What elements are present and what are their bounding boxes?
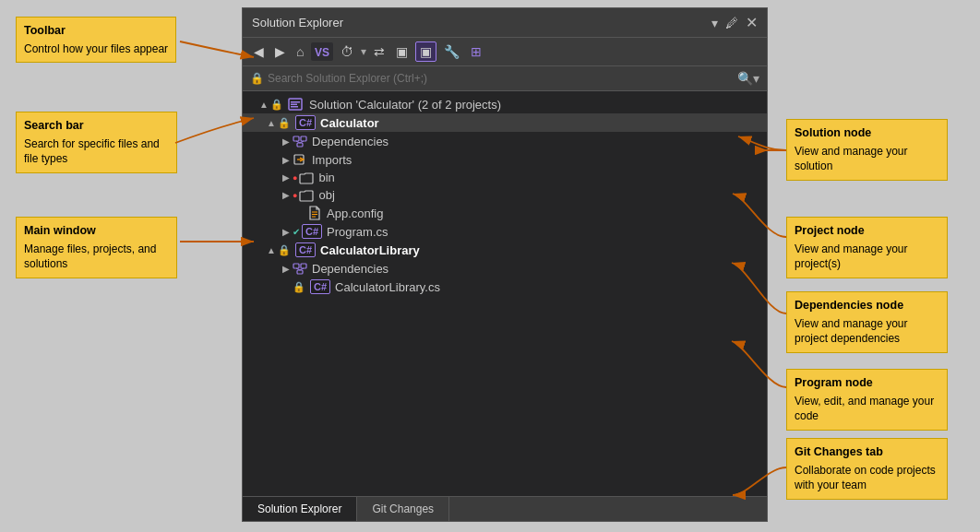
csharp-icon-calc: C# — [295, 115, 316, 130]
close-icon[interactable]: ✕ — [746, 14, 758, 31]
bin-label: bin — [318, 171, 334, 184]
csharp-icon-calccs: C# — [310, 279, 330, 294]
folder-obj-icon — [299, 189, 314, 202]
dependencies2-label: Dependencies — [312, 262, 388, 276]
obj-label: obj — [318, 188, 334, 202]
csharp-icon-program: C# — [302, 224, 322, 239]
svg-rect-6 — [301, 136, 306, 141]
appconfig-label: App.config — [327, 207, 383, 220]
annotation-searchbar-text: Search for specific files and file types — [24, 137, 160, 166]
obj-row[interactable]: ▶ ● obj — [243, 186, 767, 204]
solution-icon — [288, 97, 305, 112]
lock-icon-cs: 🔒 — [293, 281, 305, 293]
svg-text:VS: VS — [315, 46, 329, 59]
view-toggle-button[interactable]: ▣ — [415, 41, 436, 62]
calculator-label: Calculator — [320, 116, 379, 130]
calculatorlibcs-row[interactable]: 🔒 C# CalculatorLibrary.cs — [243, 278, 767, 296]
forward-button[interactable]: ▶ — [271, 42, 289, 61]
svg-rect-15 — [293, 264, 299, 268]
check-icon: ✔ — [293, 227, 300, 237]
annotation-solutionnode: Solution node View and manage your solut… — [786, 119, 948, 181]
annotation-toolbar-title: Toolbar — [24, 23, 168, 40]
history-button[interactable]: ⏱ — [337, 42, 357, 61]
tab-git-changes[interactable]: Git Changes — [357, 497, 449, 521]
lock-icon-calc: 🔒 — [278, 117, 291, 129]
tab-solution-explorer[interactable]: Solution Explorer — [243, 497, 357, 521]
solution-label: Solution 'Calculator' (2 of 2 projects) — [309, 98, 501, 112]
split-view-button[interactable]: ▣ — [392, 42, 412, 61]
pin-icon[interactable]: ▾ — [711, 16, 718, 30]
annotation-programnode: Program node View, edit, and manage your… — [786, 369, 948, 431]
solution-arrow: ▲ — [257, 100, 270, 110]
dependencies2-row[interactable]: ▶ Dependencies — [243, 259, 767, 278]
svg-rect-16 — [301, 264, 306, 268]
calculatorlib-root-row[interactable]: ▲ 🔒 C# CalculatorLibrary — [243, 241, 767, 259]
calculatorlib-label: CalculatorLibrary — [320, 243, 420, 257]
annotation-searchbar-title: Search bar — [24, 118, 169, 135]
lock-icon-lib: 🔒 — [278, 244, 291, 256]
grid-button[interactable]: ⊞ — [467, 42, 485, 61]
wrench-button[interactable]: 🔧 — [440, 42, 463, 61]
home-button[interactable]: ⌂ — [293, 42, 307, 61]
programcs-label: Program.cs — [327, 225, 388, 239]
svg-rect-17 — [297, 270, 303, 274]
solution-explorer-panel: Solution Explorer ▾ 🖉 ✕ ◀ ▶ ⌂ VS ⏱ ▾ ⇄ ▣… — [242, 7, 768, 522]
svg-rect-4 — [291, 106, 298, 108]
tab-bar: Solution Explorer Git Changes — [243, 496, 767, 521]
annotation-programnode-title: Program node — [795, 375, 939, 392]
programcs-arrow: ▶ — [280, 227, 293, 237]
panel-title: Solution Explorer — [252, 16, 343, 30]
annotation-gitchanges-text: Collaborate on code projects with your t… — [795, 464, 936, 492]
tree-container: ▲ 🔒 Solution 'Calculator' (2 of 2 projec… — [243, 91, 767, 496]
annotation-solutionnode-text: View and manage your solution — [795, 145, 908, 173]
annotation-gitchanges-title: Git Changes tab — [795, 444, 939, 461]
lock-small-icon: 🔒 — [270, 99, 283, 111]
back-button[interactable]: ◀ — [250, 42, 268, 61]
panel-titlebar: Solution Explorer ▾ 🖉 ✕ — [243, 8, 767, 38]
programcs-row[interactable]: ▶ ✔ C# Program.cs — [243, 222, 767, 241]
appconfig-icon — [307, 206, 322, 220]
panel-search: 🔒 🔍▾ — [243, 66, 767, 91]
vs-sync-button[interactable]: VS — [311, 42, 333, 61]
dependencies-row[interactable]: ▶ Dependencies — [243, 132, 767, 150]
annotation-projectnode-text: View and manage your project(s) — [795, 242, 908, 271]
imports-label: Imports — [312, 153, 352, 167]
folder-bin-icon — [299, 171, 314, 184]
annotation-dependenciesnode-title: Dependencies node — [795, 298, 939, 314]
annotation-dependenciesnode-text: View and manage your project dependencie… — [795, 317, 908, 346]
imports-icon — [293, 152, 307, 167]
annotation-projectnode: Project node View and manage your projec… — [786, 217, 948, 278]
deps-arrow: ▶ — [280, 136, 293, 147]
solution-row[interactable]: ▲ 🔒 Solution 'Calculator' (2 of 2 projec… — [243, 95, 767, 113]
panel-toolbar: ◀ ▶ ⌂ VS ⏱ ▾ ⇄ ▣ ▣ 🔧 ⊞ — [243, 38, 767, 66]
dependencies-icon — [293, 134, 307, 148]
appconfig-row[interactable]: App.config — [243, 204, 767, 222]
annotation-programnode-text: View, edit, and manage your code — [795, 395, 934, 423]
svg-rect-5 — [293, 136, 299, 141]
dependencies2-icon — [293, 261, 307, 276]
deps2-arrow: ▶ — [280, 264, 293, 274]
bin-arrow: ▶ — [280, 172, 293, 183]
calculator-arrow: ▲ — [265, 118, 278, 128]
calculatorlibcs-label: CalculatorLibrary.cs — [335, 280, 440, 294]
annotation-toolbar: Toolbar Control how your files appear — [16, 17, 176, 63]
annotation-dependenciesnode: Dependencies node View and manage your p… — [786, 291, 948, 353]
bin-row[interactable]: ▶ ● bin — [243, 169, 767, 186]
annotation-gitchanges: Git Changes tab Collaborate on code proj… — [786, 438, 948, 500]
swap-button[interactable]: ⇄ — [370, 42, 388, 61]
imports-arrow: ▶ — [280, 155, 293, 165]
red-dot-bin: ● — [293, 173, 297, 183]
search-input[interactable] — [268, 72, 737, 85]
annotation-searchbar: Search bar Search for specific files and… — [16, 112, 177, 173]
search-icon[interactable]: 🔍▾ — [737, 71, 759, 86]
imports-row[interactable]: ▶ Imports — [243, 150, 767, 169]
annotation-toolbar-text: Control how your files appear — [24, 42, 168, 55]
red-dot-obj: ● — [293, 191, 297, 200]
calculator-root-row[interactable]: ▲ 🔒 C# Calculator — [243, 113, 767, 132]
svg-rect-2 — [291, 101, 300, 103]
annotation-projectnode-title: Project node — [795, 223, 939, 240]
titlebar-icons: ▾ 🖉 ✕ — [711, 14, 758, 31]
dependencies-label: Dependencies — [312, 135, 388, 148]
calculatorlib-arrow: ▲ — [265, 245, 278, 255]
dock-icon[interactable]: 🖉 — [725, 16, 738, 30]
